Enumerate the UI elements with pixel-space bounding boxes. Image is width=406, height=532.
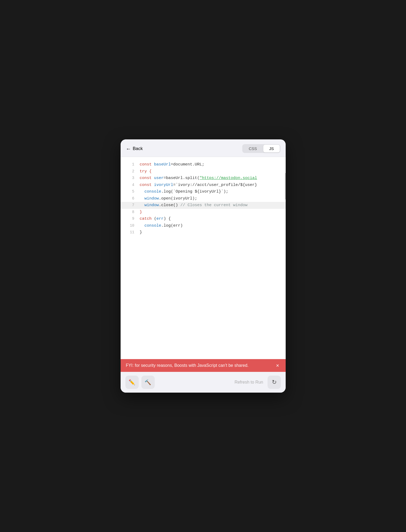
refresh-button[interactable]: ↻ bbox=[268, 376, 281, 389]
token-kw-blue: console bbox=[145, 223, 161, 228]
token-kw-red: try bbox=[140, 169, 149, 174]
hammer-icon: 🔨 bbox=[145, 379, 151, 385]
token-plain: =document.URL; bbox=[171, 162, 204, 167]
token-kw-blue: baseUrl bbox=[154, 162, 171, 167]
refresh-label: Refresh to Run bbox=[235, 380, 263, 385]
code-content: console.log(err) bbox=[140, 222, 183, 229]
back-arrow-icon: ← bbox=[126, 146, 131, 151]
token-plain: ) { bbox=[164, 217, 171, 221]
app-container: ← Back CSS JS 1const baseUrl=document.UR… bbox=[121, 139, 286, 393]
code-line: 7 window.close() // Closes the current w… bbox=[121, 202, 286, 209]
code-content: const user=baseUrl.split("https://mastod… bbox=[140, 175, 257, 182]
code-line: 11} bbox=[121, 229, 286, 236]
token-brace: } bbox=[140, 210, 142, 214]
code-content: window.open(ivoryUrl); bbox=[140, 195, 197, 202]
code-line: 9catch (err) { bbox=[121, 215, 286, 222]
token-string-green: "https://mastodon.social bbox=[200, 176, 257, 180]
token-kw-red: const bbox=[140, 176, 154, 180]
line-number: 11 bbox=[125, 229, 134, 236]
token-kw-blue: window bbox=[145, 196, 159, 201]
token-kw-blue: window bbox=[145, 203, 159, 207]
token-plain: .open(ivoryUrl); bbox=[159, 196, 197, 201]
line-number: 10 bbox=[125, 223, 134, 229]
token-plain: } bbox=[140, 230, 142, 235]
code-line: 8} bbox=[121, 209, 286, 216]
token-kw-blue: user bbox=[154, 176, 164, 180]
code-area: 1const baseUrl=document.URL;2try {3const… bbox=[121, 157, 286, 285]
code-editor[interactable]: 1const baseUrl=document.URL;2try {3const… bbox=[121, 157, 286, 285]
token-comment: // Closes the current window bbox=[181, 203, 248, 207]
token-kw-red: const bbox=[140, 183, 154, 187]
scrollbar-hint bbox=[285, 173, 286, 200]
warning-text: FYI: for security reasons, Boosts with J… bbox=[126, 363, 249, 368]
code-content: const baseUrl=document.URL; bbox=[140, 161, 204, 168]
line-number: 1 bbox=[125, 161, 134, 168]
token-plain: .close() bbox=[159, 203, 181, 207]
empty-space bbox=[121, 285, 286, 359]
code-line: 10 console.log(err) bbox=[121, 222, 286, 229]
code-line: 4const ivoryUrl=`ivory://acct/user_profi… bbox=[121, 182, 286, 189]
line-number: 4 bbox=[125, 182, 134, 188]
code-content: console.log(`Opening ${ivoryUrl}`); bbox=[140, 188, 228, 195]
line-number: 5 bbox=[125, 189, 134, 195]
line-number: 6 bbox=[125, 196, 134, 202]
tab-css[interactable]: CSS bbox=[243, 145, 263, 152]
token-plain bbox=[140, 196, 145, 201]
token-plain bbox=[140, 189, 145, 194]
token-kw-red: const bbox=[140, 162, 154, 167]
back-button[interactable]: ← Back bbox=[126, 146, 143, 151]
tab-group: CSS JS bbox=[242, 144, 280, 153]
code-content: } bbox=[140, 229, 142, 236]
warning-banner: FYI: for security reasons, Boosts with J… bbox=[121, 359, 286, 372]
code-content: try { bbox=[140, 168, 152, 175]
tab-js[interactable]: JS bbox=[263, 145, 280, 152]
footer-toolbar: ✏️ 🔨 Refresh to Run ↻ bbox=[121, 372, 286, 393]
token-plain bbox=[140, 223, 145, 228]
pencil-button[interactable]: ✏️ bbox=[125, 376, 139, 389]
line-number: 2 bbox=[125, 168, 134, 175]
refresh-icon: ↻ bbox=[272, 379, 277, 386]
line-number: 3 bbox=[125, 175, 134, 181]
hammer-button[interactable]: 🔨 bbox=[141, 376, 155, 389]
token-plain bbox=[140, 203, 145, 207]
token-brace: { bbox=[149, 169, 152, 174]
token-plain: =`ivory://acct/user_profile/${user} bbox=[173, 183, 257, 187]
code-line: 1const baseUrl=document.URL; bbox=[121, 161, 286, 168]
token-kw-blue: ivoryUrl bbox=[154, 183, 173, 187]
code-line: 6 window.open(ivoryUrl); bbox=[121, 195, 286, 202]
warning-close-button[interactable]: × bbox=[275, 363, 280, 368]
code-content: const ivoryUrl=`ivory://acct/user_profil… bbox=[140, 182, 257, 189]
token-kw-blue: err bbox=[157, 217, 164, 221]
line-number: 7 bbox=[125, 202, 134, 209]
token-kw-blue: console bbox=[145, 189, 161, 194]
line-number: 8 bbox=[125, 209, 134, 215]
back-label: Back bbox=[133, 146, 143, 151]
header: ← Back CSS JS bbox=[121, 139, 286, 157]
line-number: 9 bbox=[125, 216, 134, 222]
token-plain: .log(err) bbox=[161, 223, 183, 228]
code-line: 3const user=baseUrl.split("https://masto… bbox=[121, 175, 286, 182]
token-plain: =baseUrl.split( bbox=[164, 176, 200, 180]
code-content: catch (err) { bbox=[140, 215, 171, 222]
token-plain: ( bbox=[152, 217, 157, 221]
pencil-icon: ✏️ bbox=[129, 379, 135, 385]
code-content: window.close() // Closes the current win… bbox=[140, 202, 248, 209]
code-content: } bbox=[140, 209, 142, 216]
token-plain: .log(`Opening ${ivoryUrl}`); bbox=[161, 189, 228, 194]
token-kw-red: catch bbox=[140, 217, 152, 221]
code-line: 5 console.log(`Opening ${ivoryUrl}`); bbox=[121, 188, 286, 195]
code-line: 2try { bbox=[121, 168, 286, 175]
